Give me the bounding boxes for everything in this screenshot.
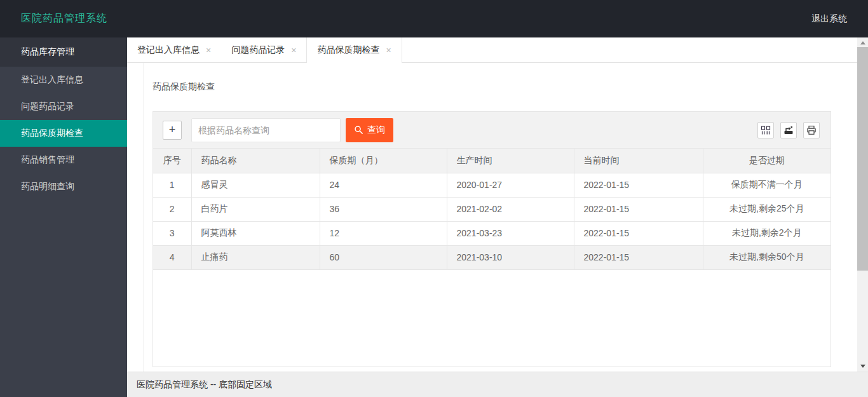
search-button[interactable]: 查询 (346, 118, 393, 142)
column-header-expired: 是否过期 (703, 149, 831, 173)
table-row[interactable]: 3 阿莫西林 12 2021-03-23 2022-01-15 未过期,剩余2个… (153, 221, 831, 245)
table-row[interactable]: 4 止痛药 60 2021-03-10 2022-01-15 未过期,剩余50个… (153, 245, 831, 269)
tab-register-in-out[interactable]: 登记出入库信息 (127, 37, 221, 63)
vertical-scrollbar[interactable] (857, 37, 868, 372)
shelf-life-table: 序号 药品名称 保质期（月） 生产时间 当前时间 是否过期 1 感冒灵 24 2… (153, 149, 831, 270)
sidebar-item-drug-sales[interactable]: 药品销售管理 (0, 147, 127, 173)
page-content: 药品保质期检查 + 查询 (143, 63, 857, 372)
column-header-name: 药品名称 (191, 149, 320, 173)
tab-problem-drugs[interactable]: 问题药品记录 (221, 37, 306, 63)
cell-shelf: 12 (320, 221, 447, 245)
column-header-shelf: 保质期（月） (320, 149, 447, 173)
table-empty-space (153, 270, 831, 367)
export-button[interactable] (780, 122, 797, 138)
cell-seq: 4 (153, 245, 191, 269)
close-icon[interactable] (291, 46, 296, 55)
status-text: 未过期,剩余50个月 (703, 245, 831, 269)
status-text: 未过期,剩余25个月 (703, 197, 831, 221)
columns-filter-button[interactable] (757, 122, 774, 138)
tab-bar: 登记出入库信息 问题药品记录 药品保质期检查 (127, 37, 857, 63)
cell-shelf: 36 (320, 197, 447, 221)
columns-icon (761, 125, 771, 135)
logout-button[interactable]: 退出系统 (811, 13, 847, 25)
sidebar-group-drug-inventory[interactable]: 药品库存管理 (0, 37, 127, 67)
footer-text: 医院药品管理系统 -- 底部固定区域 (137, 379, 272, 391)
column-header-seq: 序号 (153, 149, 191, 173)
cell-seq: 2 (153, 197, 191, 221)
cell-current: 2022-01-15 (574, 245, 703, 269)
export-icon (783, 125, 794, 135)
table-row[interactable]: 2 白药片 36 2021-02-02 2022-01-15 未过期,剩余25个… (153, 197, 831, 221)
cell-seq: 1 (153, 173, 191, 197)
sidebar-item-register-in-out[interactable]: 登记出入库信息 (0, 67, 127, 93)
column-header-production: 生产时间 (447, 149, 574, 173)
tab-shelf-life-check[interactable]: 药品保质期检查 (306, 37, 402, 63)
scrollbar-thumb[interactable] (857, 47, 868, 271)
cell-production: 2021-03-23 (447, 221, 574, 245)
tab-label: 药品保质期检查 (317, 44, 379, 56)
add-button[interactable]: + (163, 121, 182, 140)
cell-seq: 3 (153, 221, 191, 245)
scroll-down-arrow-icon[interactable] (857, 361, 868, 372)
app-header: 医院药品管理系统 退出系统 (0, 0, 868, 37)
print-button[interactable] (803, 122, 820, 138)
cell-production: 2020-01-27 (447, 173, 574, 197)
table-header-row: 序号 药品名称 保质期（月） 生产时间 当前时间 是否过期 (153, 149, 831, 173)
tab-label: 问题药品记录 (231, 44, 285, 56)
cell-shelf: 60 (320, 245, 447, 269)
sidebar: 药品库存管理 登记出入库信息 问题药品记录 药品保质期检查 药品销售管理 药品明… (0, 37, 127, 397)
cell-name: 白药片 (191, 197, 320, 221)
main-area: 登记出入库信息 问题药品记录 药品保质期检查 药品保质期检查 + (127, 37, 857, 372)
cell-production: 2021-02-02 (447, 197, 574, 221)
table-toolbar: + 查询 (153, 112, 831, 149)
print-icon (806, 125, 817, 135)
close-icon[interactable] (206, 46, 211, 55)
tab-label: 登记出入库信息 (137, 44, 200, 56)
page-title: 药品保质期检查 (144, 63, 857, 111)
cell-name: 感冒灵 (191, 173, 320, 197)
cell-current: 2022-01-15 (574, 221, 703, 245)
cell-name: 止痛药 (191, 245, 320, 269)
close-icon[interactable] (386, 46, 391, 55)
app-footer: 医院药品管理系统 -- 底部固定区域 (127, 372, 868, 397)
cell-current: 2022-01-15 (574, 197, 703, 221)
status-text: 未过期,剩余2个月 (703, 221, 831, 245)
search-button-label: 查询 (367, 124, 385, 136)
sidebar-item-problem-drugs[interactable]: 问题药品记录 (0, 93, 127, 120)
app-title: 医院药品管理系统 (21, 12, 107, 25)
search-input[interactable] (191, 118, 341, 142)
status-text: 保质期不满一个月 (703, 173, 831, 197)
cell-name: 阿莫西林 (191, 221, 320, 245)
search-icon (354, 125, 363, 135)
table-row[interactable]: 1 感冒灵 24 2020-01-27 2022-01-15 保质期不满一个月 (153, 173, 831, 197)
table-card: + 查询 (153, 111, 831, 367)
cell-current: 2022-01-15 (574, 173, 703, 197)
toolbar-right-icons (757, 122, 820, 138)
column-header-current: 当前时间 (574, 149, 703, 173)
sidebar-item-shelf-life-check[interactable]: 药品保质期检查 (0, 120, 127, 147)
cell-production: 2021-03-10 (447, 245, 574, 269)
sidebar-item-drug-detail-query[interactable]: 药品明细查询 (0, 173, 127, 200)
cell-shelf: 24 (320, 173, 447, 197)
